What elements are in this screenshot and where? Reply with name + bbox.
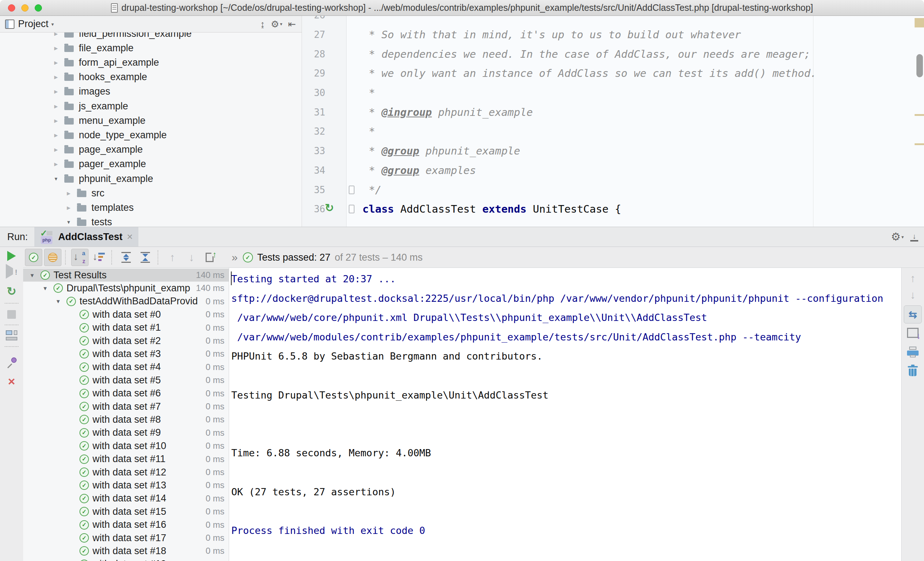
test-tree-row[interactable]: ✓with data set #80 ms — [23, 413, 229, 426]
project-tree-item[interactable]: ▼phpunit_example — [0, 172, 302, 186]
editor-scrollbar-thumb[interactable] — [916, 54, 923, 77]
test-tree-row[interactable]: ▼✓testAddWithBadDataProvid0 ms — [23, 295, 229, 308]
zoom-window-button[interactable] — [35, 4, 42, 12]
project-tree-item[interactable]: ▶field_permission_example — [0, 33, 302, 41]
project-tree-item[interactable]: ▶hooks_example — [0, 70, 302, 84]
chevron-right-icon[interactable]: ▶ — [63, 191, 74, 196]
chevron-right-icon[interactable]: ▶ — [51, 60, 62, 65]
chevron-right-icon[interactable]: ▶ — [51, 45, 62, 51]
test-tree-row[interactable]: ✓with data set #180 ms — [23, 545, 229, 557]
separator — [5, 346, 18, 347]
test-tree-row[interactable]: ✓with data set #20 ms — [23, 334, 229, 347]
show-passed-button[interactable]: ✓ — [25, 249, 42, 266]
chevron-right-icon[interactable]: ▶ — [51, 118, 62, 123]
sort-by-duration-button[interactable]: ↓ — [90, 249, 108, 266]
project-tree-item[interactable]: ▶node_type_example — [0, 128, 302, 142]
project-tree-item[interactable]: ▶images — [0, 84, 302, 99]
test-tree-row[interactable]: ▼✓Test Results140 ms — [23, 269, 229, 281]
project-tree-item[interactable]: ▶pager_example — [0, 157, 302, 172]
previous-failed-test-button[interactable]: ↑ — [164, 249, 181, 266]
restore-layout-button[interactable] — [6, 330, 17, 340]
test-tree-label: with data set #10 — [93, 440, 204, 452]
chevron-down-icon[interactable]: ▼ — [39, 285, 51, 291]
pin-tab-button[interactable] — [6, 357, 17, 368]
chevron-right-icon[interactable]: ▶ — [51, 89, 62, 94]
chevron-down-icon[interactable]: ▼ — [51, 176, 62, 182]
scroll-to-end-button[interactable]: ↓ — [907, 328, 919, 338]
chevron-down-icon[interactable]: ▾ — [51, 21, 54, 27]
sort-alphabetically-button[interactable]: ↓az — [71, 249, 88, 266]
chevron-right-icon[interactable]: ▶ — [51, 103, 62, 109]
chevron-down-icon[interactable]: ▼ — [26, 272, 38, 278]
test-tree-row[interactable]: ✓with data set #60 ms — [23, 387, 229, 400]
print-icon[interactable] — [907, 347, 919, 358]
test-tree-row[interactable]: ▼✓Drupal\Tests\phpunit_examp140 ms — [23, 281, 229, 295]
test-tree-row[interactable]: ✓with data set #140 ms — [23, 492, 229, 505]
test-tree-row[interactable]: ✓with data set #40 ms — [23, 361, 229, 374]
chevron-right-icon[interactable]: ▶ — [51, 147, 62, 153]
gear-icon[interactable]: ⚙▾ — [891, 231, 904, 242]
test-tree-row[interactable]: ✓with data set #70 ms — [23, 400, 229, 413]
chevron-right-icon[interactable]: ▶ — [51, 33, 62, 36]
scroll-down-icon[interactable]: ↓ — [910, 290, 916, 300]
test-tree-row[interactable]: ✓with data set #10 ms — [23, 321, 229, 334]
test-tree-row[interactable]: ✓with data set #00 ms — [23, 308, 229, 321]
chevron-down-icon[interactable]: ▼ — [52, 298, 64, 304]
close-tab-icon[interactable]: × — [127, 232, 133, 242]
test-tree-row[interactable]: ✓with data set #190 ms — [23, 558, 229, 561]
rerun-failed-tests-button[interactable]: ! — [6, 268, 17, 279]
run-tab-addclasstest[interactable]: ✓ php AddClassTest × — [34, 227, 138, 247]
project-tree-item[interactable]: ▶page_example — [0, 143, 302, 157]
stop-button[interactable] — [7, 310, 16, 319]
soft-wrap-button[interactable]: ⇆ — [904, 305, 922, 323]
next-failed-test-button[interactable]: ↓ — [183, 249, 200, 266]
test-tree-row[interactable]: ✓with data set #160 ms — [23, 518, 229, 531]
fold-marker-icon[interactable] — [349, 186, 354, 194]
chevron-right-icon[interactable]: ▶ — [63, 205, 74, 211]
collapse-all-icon[interactable]: ↨ — [260, 19, 265, 29]
scroll-up-icon[interactable]: ↑ — [910, 273, 916, 284]
chevron-more-icon[interactable]: » — [232, 251, 237, 263]
project-tree-item[interactable]: ▶js_example — [0, 99, 302, 113]
hide-panel-icon[interactable]: ⇤ — [288, 19, 296, 29]
test-tree-row[interactable]: ✓with data set #30 ms — [23, 347, 229, 360]
expand-all-button[interactable] — [117, 249, 135, 266]
import-test-results-button[interactable]: ↑ — [202, 249, 219, 266]
close-panel-button[interactable]: × — [8, 375, 15, 387]
project-tree-item[interactable]: ▶file_example — [0, 41, 302, 55]
close-window-button[interactable] — [8, 4, 15, 12]
app-window: drupal-testing-workshop [~/Code/os/drupa… — [0, 0, 924, 561]
rerun-button[interactable] — [7, 251, 16, 261]
test-tree-row[interactable]: ✓with data set #50 ms — [23, 374, 229, 387]
project-panel-title[interactable]: Project — [18, 18, 48, 30]
toggle-auto-test-button[interactable]: ↻ — [7, 286, 16, 297]
run-test-gutter-icon[interactable]: ↻ — [325, 202, 334, 214]
project-tree-item[interactable]: ▶src — [0, 186, 302, 200]
project-tree-item[interactable]: ▶templates — [0, 200, 302, 215]
chevron-right-icon[interactable]: ▶ — [51, 74, 62, 80]
chevron-down-icon[interactable]: ▼ — [63, 220, 74, 225]
chevron-right-icon[interactable]: ▶ — [51, 133, 62, 138]
code-editor[interactable]: 26 27 * So with that in mind, it's up to… — [303, 16, 924, 227]
test-tree-row[interactable]: ✓with data set #110 ms — [23, 453, 229, 466]
project-tree-item[interactable]: ▼tests — [0, 215, 302, 227]
test-tree-row[interactable]: ✓with data set #100 ms — [23, 439, 229, 452]
gear-icon[interactable]: ⚙▾ — [271, 19, 282, 29]
code-line: 31 * @ingroup phpunit_example — [303, 103, 924, 122]
test-tree-row[interactable]: ✓with data set #170 ms — [23, 531, 229, 545]
minimize-window-button[interactable] — [21, 4, 28, 12]
clear-all-icon[interactable] — [908, 365, 918, 376]
project-tree-item[interactable]: ▶menu_example — [0, 113, 302, 128]
fold-marker-icon[interactable] — [349, 205, 354, 213]
test-tree-row[interactable]: ✓with data set #120 ms — [23, 466, 229, 479]
chevron-right-icon[interactable]: ▶ — [51, 162, 62, 167]
show-ignored-button[interactable] — [44, 249, 62, 266]
collapse-all-button[interactable] — [136, 249, 154, 266]
run-console[interactable]: Testing started at 20:37 ...sftp://docke… — [229, 268, 901, 561]
test-tree-row[interactable]: ✓with data set #90 ms — [23, 426, 229, 439]
test-tree-label: with data set #15 — [93, 506, 204, 517]
hide-panel-icon[interactable]: ↓ — [910, 232, 918, 241]
test-tree-row[interactable]: ✓with data set #130 ms — [23, 479, 229, 492]
test-tree-row[interactable]: ✓with data set #150 ms — [23, 505, 229, 518]
project-tree-item[interactable]: ▶form_api_example — [0, 55, 302, 70]
